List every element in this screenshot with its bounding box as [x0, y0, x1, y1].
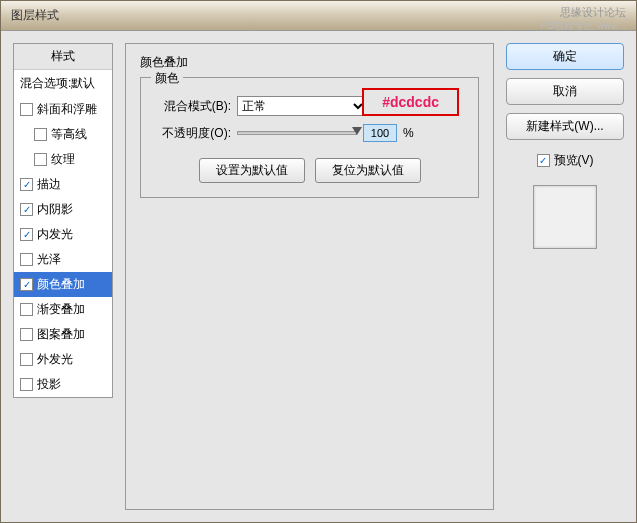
- style-checkbox[interactable]: [20, 353, 33, 366]
- style-checkbox[interactable]: [20, 103, 33, 116]
- style-item-7[interactable]: 颜色叠加: [14, 272, 112, 297]
- blend-mode-label: 混合模式(B):: [153, 98, 231, 115]
- style-item-0[interactable]: 斜面和浮雕: [14, 97, 112, 122]
- opacity-label: 不透明度(O):: [153, 125, 231, 142]
- styles-header: 样式: [14, 44, 112, 70]
- style-item-5[interactable]: 内发光: [14, 222, 112, 247]
- style-item-4[interactable]: 内阴影: [14, 197, 112, 222]
- opacity-unit: %: [403, 126, 414, 140]
- default-buttons-row: 设置为默认值 复位为默认值: [153, 158, 466, 183]
- section-title: 颜色叠加: [140, 54, 479, 71]
- styles-list: 样式 混合选项:默认 斜面和浮雕等高线纹理描边内阴影内发光光泽颜色叠加渐变叠加图…: [13, 43, 113, 398]
- blend-mode-select[interactable]: 正常: [237, 96, 367, 116]
- style-item-1[interactable]: 等高线: [14, 122, 112, 147]
- watermark-text: 思缘设计论坛: [560, 5, 626, 20]
- style-item-9[interactable]: 图案叠加: [14, 322, 112, 347]
- style-item-label: 光泽: [37, 251, 61, 268]
- style-checkbox[interactable]: [20, 178, 33, 191]
- watermark-sub: PS教程专区 www...: [540, 19, 626, 33]
- color-annotation: #dcdcdc: [362, 88, 459, 116]
- style-item-label: 等高线: [51, 126, 87, 143]
- style-item-label: 描边: [37, 176, 61, 193]
- style-checkbox[interactable]: [20, 303, 33, 316]
- style-item-10[interactable]: 外发光: [14, 347, 112, 372]
- cancel-button[interactable]: 取消: [506, 78, 624, 105]
- style-item-label: 斜面和浮雕: [37, 101, 97, 118]
- style-item-3[interactable]: 描边: [14, 172, 112, 197]
- preview-row: 预览(V): [506, 152, 624, 169]
- style-checkbox[interactable]: [20, 253, 33, 266]
- style-item-6[interactable]: 光泽: [14, 247, 112, 272]
- style-item-8[interactable]: 渐变叠加: [14, 297, 112, 322]
- style-item-2[interactable]: 纹理: [14, 147, 112, 172]
- opacity-row: 不透明度(O): %: [153, 124, 466, 142]
- styles-sidebar: 样式 混合选项:默认 斜面和浮雕等高线纹理描边内阴影内发光光泽颜色叠加渐变叠加图…: [13, 43, 113, 510]
- style-item-label: 颜色叠加: [37, 276, 85, 293]
- preview-checkbox[interactable]: [537, 154, 550, 167]
- preview-thumbnail: [533, 185, 597, 249]
- style-item-label: 外发光: [37, 351, 73, 368]
- make-default-button[interactable]: 设置为默认值: [199, 158, 305, 183]
- style-item-label: 投影: [37, 376, 61, 393]
- opacity-input[interactable]: [363, 124, 397, 142]
- content-area: 样式 混合选项:默认 斜面和浮雕等高线纹理描边内阴影内发光光泽颜色叠加渐变叠加图…: [1, 31, 636, 522]
- blending-options-default[interactable]: 混合选项:默认: [14, 70, 112, 97]
- layer-style-dialog: 思缘设计论坛 PS教程专区 www... 图层样式 样式 混合选项:默认 斜面和…: [0, 0, 637, 523]
- group-label: 颜色: [151, 70, 183, 87]
- reset-default-button[interactable]: 复位为默认值: [315, 158, 421, 183]
- style-item-label: 内发光: [37, 226, 73, 243]
- style-checkbox[interactable]: [20, 378, 33, 391]
- options-panel: 颜色叠加 #dcdcdc 颜色 混合模式(B): 正常 不透明度(O): %: [125, 43, 494, 510]
- style-checkbox[interactable]: [20, 203, 33, 216]
- style-checkbox[interactable]: [20, 278, 33, 291]
- style-item-label: 内阴影: [37, 201, 73, 218]
- opacity-slider[interactable]: [237, 131, 357, 135]
- style-checkbox[interactable]: [20, 228, 33, 241]
- ok-button[interactable]: 确定: [506, 43, 624, 70]
- style-item-11[interactable]: 投影: [14, 372, 112, 397]
- preview-label: 预览(V): [554, 152, 594, 169]
- slider-thumb-icon[interactable]: [352, 127, 362, 135]
- style-item-label: 渐变叠加: [37, 301, 85, 318]
- style-checkbox[interactable]: [20, 328, 33, 341]
- new-style-button[interactable]: 新建样式(W)...: [506, 113, 624, 140]
- style-item-label: 纹理: [51, 151, 75, 168]
- action-panel: 确定 取消 新建样式(W)... 预览(V): [506, 43, 624, 510]
- style-checkbox[interactable]: [34, 128, 47, 141]
- style-checkbox[interactable]: [34, 153, 47, 166]
- style-item-label: 图案叠加: [37, 326, 85, 343]
